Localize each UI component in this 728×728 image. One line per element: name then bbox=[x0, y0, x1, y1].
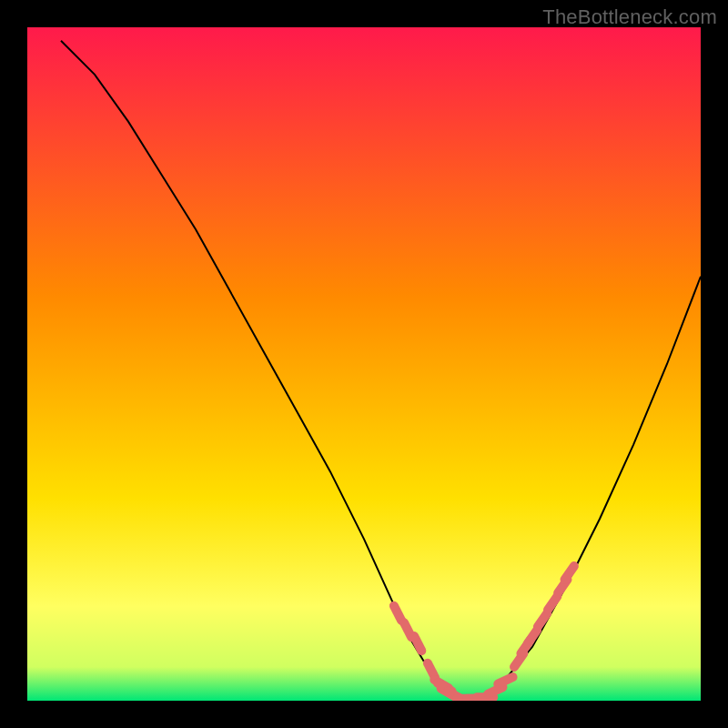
highlight-dot bbox=[498, 677, 512, 684]
watermark: TheBottleneck.com bbox=[542, 5, 717, 29]
gradient-background bbox=[27, 27, 701, 701]
chart-container: TheBottleneck.com bbox=[0, 0, 728, 728]
plot-area bbox=[27, 27, 701, 701]
chart-svg bbox=[27, 27, 701, 701]
highlight-dot bbox=[488, 687, 502, 694]
